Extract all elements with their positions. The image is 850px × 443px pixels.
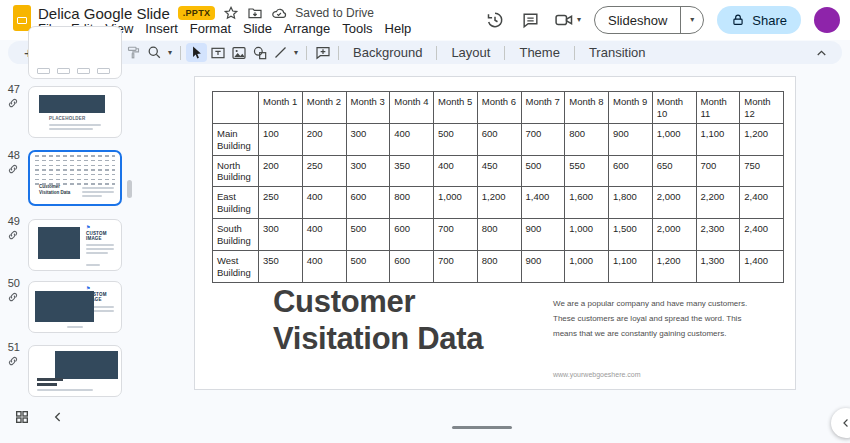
table-cell[interactable]: 450 [477, 155, 521, 187]
table-cell[interactable]: 400 [434, 155, 478, 187]
table-cell[interactable]: 1,400 [740, 250, 784, 282]
paint-format-button[interactable] [123, 43, 144, 62]
menu-help[interactable]: Help [379, 21, 418, 36]
collapse-panel-button[interactable] [831, 408, 850, 438]
select-tool-button[interactable] [186, 43, 207, 62]
document-title[interactable]: Delica Google Slide [38, 5, 170, 22]
table-cell[interactable]: 500 [434, 123, 478, 155]
table-cell[interactable]: 1,100 [696, 123, 740, 155]
table-cell[interactable]: 2,000 [652, 219, 696, 251]
table-cell[interactable]: 1,500 [609, 219, 653, 251]
textbox-tool-button[interactable] [207, 43, 228, 62]
slide-thumbnail-48-selected[interactable]: Customer Visitation Data [28, 150, 122, 206]
table-column-header[interactable]: Month 11 [696, 92, 740, 124]
table-row-label[interactable]: South Building [213, 219, 259, 251]
table-cell[interactable]: 600 [346, 187, 390, 219]
table-cell[interactable]: 700 [521, 123, 565, 155]
table-cell[interactable]: 1,800 [609, 187, 653, 219]
table-cell[interactable]: 800 [477, 219, 521, 251]
slide-thumbnail-47[interactable]: PLACEHOLDER [28, 86, 122, 138]
slide-thumbnail-50[interactable]: ⚑ CUSTOM IMAGE [28, 281, 122, 333]
layout-button[interactable]: Layout [442, 45, 499, 60]
table-column-header[interactable]: Month 5 [434, 92, 478, 124]
table-cell[interactable]: 200 [259, 155, 303, 187]
slide-title[interactable]: Customer Visitation Data [273, 283, 543, 357]
table-cell[interactable]: 800 [477, 250, 521, 282]
slideshow-button[interactable]: Slideshow [595, 7, 680, 33]
meet-dropdown-caret-icon[interactable]: ▾ [577, 16, 581, 24]
table-cell[interactable]: 1,200 [652, 250, 696, 282]
table-cell[interactable]: 2,000 [652, 187, 696, 219]
table-cell[interactable]: 400 [390, 123, 434, 155]
table-cell[interactable]: 1,000 [652, 123, 696, 155]
line-dropdown-icon[interactable]: ▾ [291, 43, 301, 62]
table-cell[interactable]: 400 [302, 250, 346, 282]
table-cell[interactable]: 300 [259, 219, 303, 251]
share-button[interactable]: Share [717, 6, 801, 34]
table-cell[interactable]: 800 [565, 123, 609, 155]
table-cell[interactable]: 600 [477, 123, 521, 155]
table-column-header[interactable]: Month 6 [477, 92, 521, 124]
table-cell[interactable]: 1,100 [609, 250, 653, 282]
menu-slide[interactable]: Slide [237, 21, 278, 36]
saved-cloud-icon[interactable] [271, 5, 287, 21]
table-column-header[interactable]: Month 8 [565, 92, 609, 124]
theme-button[interactable]: Theme [510, 45, 568, 60]
slide-thumbnail-51[interactable] [28, 345, 122, 397]
table-cell[interactable]: 750 [740, 155, 784, 187]
slides-app-icon[interactable] [13, 5, 31, 31]
table-cell[interactable]: 650 [652, 155, 696, 187]
table-cell[interactable]: 200 [302, 123, 346, 155]
table-cell[interactable]: 350 [259, 250, 303, 282]
move-folder-icon[interactable] [247, 5, 263, 21]
table-cell[interactable]: 900 [521, 219, 565, 251]
table-row-label[interactable]: Main Building [213, 123, 259, 155]
table-column-header[interactable]: Month 4 [390, 92, 434, 124]
table-cell[interactable]: 1,300 [696, 250, 740, 282]
menu-format[interactable]: Format [184, 21, 237, 36]
table-cell[interactable]: 100 [259, 123, 303, 155]
collapse-filmstrip-icon[interactable] [50, 409, 68, 427]
table-cell[interactable]: 300 [346, 123, 390, 155]
table-cell[interactable]: 700 [434, 250, 478, 282]
table-cell[interactable]: 250 [302, 155, 346, 187]
slide-canvas[interactable]: Month 1Month 2Month 3Month 4Month 5Month… [194, 76, 796, 390]
data-table[interactable]: Month 1Month 2Month 3Month 4Month 5Month… [212, 91, 784, 283]
star-icon[interactable] [223, 5, 239, 21]
insert-shape-button[interactable] [249, 43, 270, 62]
table-cell[interactable]: 400 [302, 219, 346, 251]
user-avatar[interactable] [814, 7, 840, 33]
table-column-header[interactable]: Month 2 [302, 92, 346, 124]
menu-insert[interactable]: Insert [139, 21, 184, 36]
slideshow-dropdown-caret-icon[interactable]: ▾ [680, 7, 703, 33]
slide-thumbnail-46-partial[interactable] [28, 26, 122, 79]
table-cell[interactable]: 1,000 [565, 250, 609, 282]
table-cell[interactable]: 800 [390, 187, 434, 219]
table-cell[interactable]: 1,000 [565, 219, 609, 251]
version-history-icon[interactable] [484, 9, 506, 31]
transition-button[interactable]: Transition [580, 45, 655, 60]
table-cell[interactable]: 1,200 [477, 187, 521, 219]
table-cell[interactable]: 300 [346, 155, 390, 187]
table-column-header[interactable] [213, 92, 259, 124]
table-cell[interactable]: 250 [259, 187, 303, 219]
table-cell[interactable]: 400 [302, 187, 346, 219]
table-cell[interactable]: 550 [565, 155, 609, 187]
slideshow-split-button[interactable]: Slideshow ▾ [594, 6, 704, 34]
table-cell[interactable]: 1,000 [434, 187, 478, 219]
meet-camera-button[interactable]: ▾ [554, 10, 581, 30]
table-cell[interactable]: 1,200 [740, 123, 784, 155]
table-cell[interactable]: 700 [696, 155, 740, 187]
table-column-header[interactable]: Month 10 [652, 92, 696, 124]
table-column-header[interactable]: Month 9 [609, 92, 653, 124]
table-cell[interactable]: 500 [346, 250, 390, 282]
table-cell[interactable]: 2,300 [696, 219, 740, 251]
zoom-dropdown-icon[interactable]: ▾ [165, 43, 175, 62]
background-button[interactable]: Background [344, 45, 431, 60]
table-row-label[interactable]: East Building [213, 187, 259, 219]
table-cell[interactable]: 1,600 [565, 187, 609, 219]
table-cell[interactable]: 600 [390, 219, 434, 251]
slide-body-text[interactable]: We are a popular company and have many c… [553, 296, 761, 341]
table-cell[interactable]: 600 [390, 250, 434, 282]
table-row-label[interactable]: West Building [213, 250, 259, 282]
